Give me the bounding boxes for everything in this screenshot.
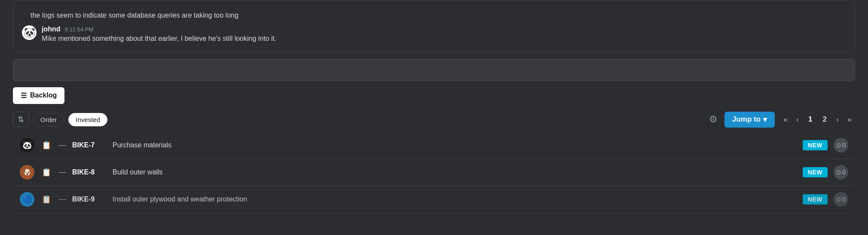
avatar: 🐶 — [20, 165, 34, 180]
count-value: 0 — [842, 196, 846, 203]
pagination: « ‹ 1 2 › » — [780, 113, 855, 126]
avatar: 🔵 — [20, 192, 34, 207]
invested-filter-button[interactable]: Invested — [68, 113, 107, 126]
status-badge: New — [803, 194, 828, 204]
message-text: Mike mentioned something about that earl… — [42, 34, 846, 43]
table-row[interactable]: 🐼 📋 — BIKE-7 Purchase materials New ⊙ 0 — [13, 132, 855, 159]
table-row[interactable]: 🐶 📋 — BIKE-8 Build outer walls New ⊙ 0 — [13, 159, 855, 186]
backlog-label: Backlog — [30, 92, 57, 99]
backlog-section: ☰ Backlog — [13, 87, 855, 104]
list-icon: ☰ — [21, 92, 27, 100]
task-id: BIKE-9 — [72, 195, 107, 203]
task-name: Build outer walls — [113, 168, 797, 176]
table-row[interactable]: 🔵 📋 — BIKE-9 Install outer plywood and w… — [13, 186, 855, 213]
page-first-button[interactable]: « — [780, 113, 791, 126]
prev-message-text: the logs seem to indicate some database … — [22, 7, 846, 25]
page-last-button[interactable]: » — [844, 113, 855, 126]
count-value: 0 — [842, 142, 846, 149]
task-dash: — — [58, 195, 66, 204]
timestamp: 9:11:54 PM — [65, 26, 94, 33]
task-list: 🐼 📋 — BIKE-7 Purchase materials New ⊙ 0 … — [13, 132, 855, 213]
task-type-icon: 📋 — [40, 139, 52, 151]
task-count: ⊙ 0 — [834, 165, 848, 180]
message-content: johnd 9:11:54 PM Mike mentioned somethin… — [42, 25, 846, 43]
count-icon: ⊙ — [836, 196, 841, 203]
task-count: ⊙ 0 — [834, 192, 848, 207]
status-badge: New — [803, 167, 828, 177]
sort-button[interactable]: ⇅ — [13, 112, 29, 127]
message-item: 🐼 johnd 9:11:54 PM Mike mentioned someth… — [22, 25, 846, 43]
task-dash: — — [58, 140, 66, 150]
message-input[interactable] — [13, 59, 855, 81]
page-2-button[interactable]: 2 — [819, 113, 831, 125]
username: johnd — [42, 25, 61, 33]
task-type-icon: 📋 — [40, 166, 52, 178]
toolbar-row: ⇅ Order Invested ⚙ Jump to ▾ « ‹ 1 2 › » — [13, 112, 855, 128]
status-badge: New — [803, 140, 828, 150]
count-value: 0 — [842, 169, 846, 176]
order-filter-button[interactable]: Order — [33, 113, 64, 126]
task-name: Purchase materials — [113, 141, 797, 149]
page-next-button[interactable]: › — [833, 113, 842, 126]
jump-to-label: Jump to — [732, 115, 761, 124]
toolbar-right: ⚙ Jump to ▾ « ‹ 1 2 › » — [707, 112, 855, 128]
task-dash: — — [58, 168, 66, 177]
task-id: BIKE-7 — [72, 141, 107, 149]
task-name: Install outer plywood and weather protec… — [113, 195, 797, 203]
task-count: ⊙ 0 — [834, 138, 848, 153]
avatar: 🐼 — [22, 25, 37, 40]
message-input-container[interactable] — [13, 59, 855, 81]
count-icon: ⊙ — [836, 169, 841, 176]
page-1-button[interactable]: 1 — [804, 113, 816, 125]
settings-button[interactable]: ⚙ — [707, 112, 719, 127]
jump-to-button[interactable]: Jump to ▾ — [724, 112, 775, 128]
chat-section: the logs seem to indicate some database … — [13, 0, 855, 53]
page-prev-button[interactable]: ‹ — [793, 113, 802, 126]
message-header: johnd 9:11:54 PM — [42, 25, 846, 33]
toolbar-left: ⇅ Order Invested — [13, 112, 107, 127]
count-icon: ⊙ — [836, 142, 841, 149]
chevron-down-icon: ▾ — [763, 115, 767, 124]
task-id: BIKE-8 — [72, 168, 107, 176]
task-type-icon: 📋 — [40, 193, 52, 205]
backlog-button[interactable]: ☰ Backlog — [13, 87, 64, 104]
gear-icon: ⚙ — [709, 114, 718, 125]
avatar: 🐼 — [20, 138, 34, 153]
